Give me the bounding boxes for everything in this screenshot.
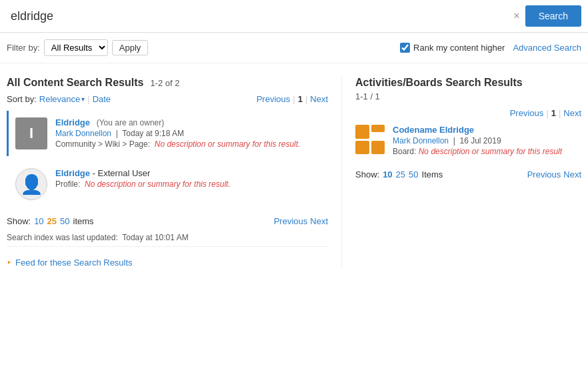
prev-bottom-link[interactable]: Previous [274,216,308,226]
show-25[interactable]: 25 [47,216,57,226]
right-top-pagination: Previous | 1 | Next [355,108,581,118]
board-icon-cell-3 [355,141,369,155]
filter-by-label: Filter by: [7,43,40,53]
left-section-count: 1-2 of 2 [150,78,179,88]
right-show-10[interactable]: 10 [383,169,392,179]
board-icon-cell-1 [355,125,369,139]
left-section-title: All Content Search Results [7,77,143,89]
filter-right: Rank my content higher Advanced Search [400,43,581,53]
search-input[interactable]: eldridge [7,7,508,26]
left-panel: All Content Search Results 1-2 of 2 Sort… [7,77,328,268]
result-meta-eldridge: Mark Donnellon | Today at 9:18 AM [55,129,328,138]
board-icon [355,125,385,154]
right-show-50[interactable]: 50 [409,169,418,179]
divider [7,246,328,247]
rss-icon: ‣ [7,258,12,268]
left-section-header: All Content Search Results 1-2 of 2 [7,77,328,89]
sort-bar: Sort by: Relevance ▾ | Date Previous | 1… [7,94,328,104]
board-name-link[interactable]: Codename Eldridge [393,125,474,135]
rank-content-checkbox[interactable] [400,43,410,53]
result-name-row: Eldridge (You are an owner) [55,117,328,127]
sort-by-label: Sort by: [7,94,37,104]
right-current-page: 1 [551,108,556,118]
result-avatar-person: 👤 [15,168,47,200]
sort-left: Sort by: Relevance ▾ | Date [7,94,111,104]
result-profile-label: Profile: No description or summary for t… [55,179,328,189]
board-date: 16 Jul 2019 [460,136,501,145]
right-show-suffix: Items [422,169,443,179]
result-name-link-external[interactable]: Eldridge [55,168,90,178]
show-left: Show: 10 25 50 items [7,216,94,226]
right-show-25[interactable]: 25 [396,169,405,179]
result-info-eldridge-page: Eldridge (You are an owner) Mark Donnell… [55,117,328,149]
current-page: 1 [298,94,303,104]
result-breadcrumb: Community > Wiki > Page: No description … [55,139,328,149]
person-icon: 👤 [20,173,43,196]
search-button[interactable]: Search [525,5,581,27]
right-section-count: 1-1 / 1 [355,91,581,101]
right-show-bar: Show: 10 25 50 Items Previous Next [355,169,581,179]
feed-link[interactable]: ‣ Feed for these Search Results [7,258,328,268]
left-show-bar: Show: 10 25 50 items Previous Next [7,216,328,226]
previous-page-link[interactable]: Previous [257,94,291,104]
apply-filter-button[interactable]: Apply [112,40,149,55]
right-show-left: Show: 10 25 50 Items [355,169,443,179]
result-description-2: No description or summary for this resul… [85,179,231,189]
right-section-title: Activities/Boards Search Results [355,77,581,89]
left-top-pagination: Previous | 1 | Next [257,94,328,104]
next-page-link[interactable]: Next [310,94,328,104]
result-date: Today at 9:18 AM [122,129,184,138]
result-item-eldridge-page: I Eldridge (You are an owner) Mark Donne… [7,111,328,156]
sort-relevance-dropdown[interactable]: Relevance ▾ [39,94,85,104]
chevron-down-icon: ▾ [81,95,85,103]
filter-select[interactable]: All Results Content People Spaces [44,39,108,56]
main-content: All Content Search Results 1-2 of 2 Sort… [0,63,588,274]
result-info-external: Eldridge - External User Profile: No des… [55,168,328,189]
sort-date-link[interactable]: Date [93,94,111,104]
right-show-label: Show: [355,169,379,179]
right-bottom-pagination: Previous Next [527,169,581,179]
right-prev-link[interactable]: Previous [510,108,544,118]
search-clear-button[interactable]: × [508,10,525,22]
index-note: Search index was last updated: Today at … [7,233,328,242]
right-next-bottom[interactable]: Next [563,169,581,179]
board-icon-cell-4 [371,141,385,155]
rank-content-label[interactable]: Rank my content higher [400,43,505,53]
close-icon: × [513,10,519,21]
board-info: Codename Eldridge Mark Donnellon | 16 Ju… [393,125,581,156]
right-next-link[interactable]: Next [563,108,581,118]
next-bottom-link[interactable]: Next [310,216,328,226]
result-author-link[interactable]: Mark Donnellon [55,129,111,138]
board-description: Board: No description or summary for thi… [393,147,581,156]
result-name-link-eldridge[interactable]: Eldridge [55,117,90,127]
show-label: Show: [7,216,31,226]
show-50[interactable]: 50 [60,216,69,226]
board-result-codename: Codename Eldridge Mark Donnellon | 16 Ju… [355,125,581,156]
left-bottom-pagination: Previous Next [274,216,328,226]
search-bar: eldridge × Search [0,0,588,33]
board-icon-cell-2 [371,125,385,132]
result-description-1: No description or summary for this resul… [155,139,301,149]
result-owner-tag: (You are an owner) [97,118,165,127]
right-prev-bottom[interactable]: Previous [527,169,561,179]
result-avatar-page: I [15,117,47,149]
right-panel: Activities/Boards Search Results 1-1 / 1… [341,77,581,268]
board-meta: Mark Donnellon | 16 Jul 2019 [393,136,581,145]
show-10[interactable]: 10 [34,216,43,226]
result-item-external-user: 👤 Eldridge - External User Profile: No d… [7,161,328,207]
index-time: Today at 10:01 AM [122,233,188,242]
result-name-suffix: - External User [93,168,151,178]
filter-bar: Filter by: All Results Content People Sp… [0,33,588,63]
right-pagination-top: Previous | 1 | Next [510,108,581,118]
board-author-link[interactable]: Mark Donnellon [393,136,449,145]
result-name-row-ext: Eldridge - External User [55,168,328,178]
advanced-search-link[interactable]: Advanced Search [513,43,581,53]
show-suffix: items [73,216,94,226]
